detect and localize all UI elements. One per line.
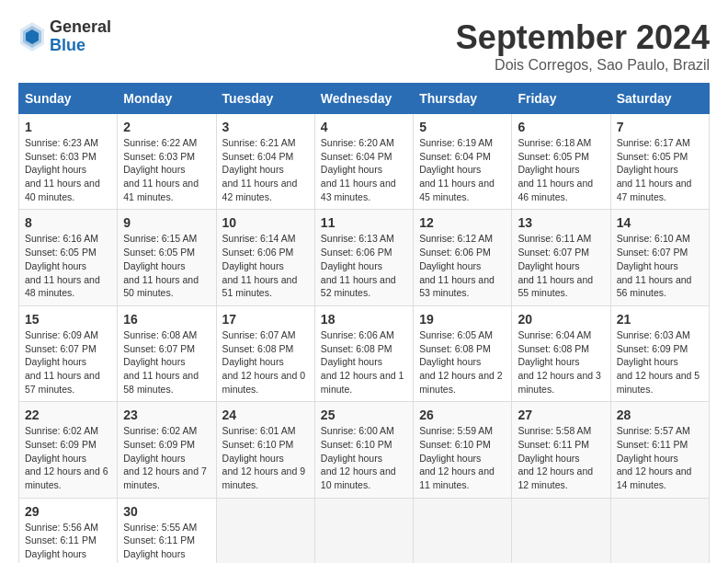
calendar-cell: 18Sunrise: 6:06 AMSunset: 6:08 PMDayligh…	[314, 305, 413, 401]
calendar-cell: 17Sunrise: 6:07 AMSunset: 6:08 PMDayligh…	[216, 305, 314, 401]
day-info: Sunrise: 5:59 AMSunset: 6:10 PMDaylight …	[419, 424, 506, 491]
day-info: Sunrise: 6:02 AMSunset: 6:09 PMDaylight …	[25, 424, 111, 491]
calendar-cell: 29Sunrise: 5:56 AMSunset: 6:11 PMDayligh…	[19, 498, 118, 563]
day-info: Sunrise: 6:02 AMSunset: 6:09 PMDaylight …	[123, 424, 210, 491]
calendar-cell: 30Sunrise: 5:55 AMSunset: 6:11 PMDayligh…	[118, 498, 216, 563]
day-number: 23	[123, 408, 210, 422]
day-info: Sunrise: 6:08 AMSunset: 6:07 PMDaylight …	[123, 328, 210, 396]
day-number: 24	[222, 408, 309, 422]
day-info: Sunrise: 6:18 AMSunset: 6:05 PMDaylight …	[518, 136, 604, 203]
day-info: Sunrise: 6:15 AMSunset: 6:05 PMDaylight …	[123, 232, 210, 299]
calendar-cell: 23Sunrise: 6:02 AMSunset: 6:09 PMDayligh…	[118, 402, 216, 498]
day-number: 15	[25, 312, 111, 327]
calendar-cell	[610, 498, 709, 563]
logo-blue: Blue	[50, 37, 111, 55]
calendar-cell: 12Sunrise: 6:12 AMSunset: 6:06 PMDayligh…	[414, 210, 512, 305]
title-section: September 2024 Dois Corregos, Sao Paulo,…	[456, 18, 710, 74]
calendar-cell: 1Sunrise: 6:23 AMSunset: 6:03 PMDaylight…	[19, 114, 118, 210]
calendar-header-friday: Friday	[512, 84, 610, 114]
day-info: Sunrise: 6:21 AMSunset: 6:04 PMDaylight …	[222, 136, 309, 203]
day-number: 26	[419, 408, 506, 422]
day-info: Sunrise: 6:14 AMSunset: 6:06 PMDaylight …	[222, 232, 309, 299]
page-header: General Blue September 2024 Dois Corrego…	[18, 18, 710, 74]
day-info: Sunrise: 6:10 AMSunset: 6:07 PMDaylight …	[617, 232, 703, 299]
day-info: Sunrise: 6:01 AMSunset: 6:10 PMDaylight …	[222, 424, 309, 491]
day-info: Sunrise: 5:55 AMSunset: 6:11 PMDaylight …	[123, 521, 210, 563]
location: Dois Corregos, Sao Paulo, Brazil	[456, 57, 710, 74]
calendar-cell	[414, 498, 512, 563]
calendar-cell: 8Sunrise: 6:16 AMSunset: 6:05 PMDaylight…	[19, 210, 118, 305]
day-info: Sunrise: 5:58 AMSunset: 6:11 PMDaylight …	[518, 424, 604, 491]
calendar-cell: 9Sunrise: 6:15 AMSunset: 6:05 PMDaylight…	[118, 210, 216, 305]
day-number: 22	[25, 408, 111, 422]
day-info: Sunrise: 6:11 AMSunset: 6:07 PMDaylight …	[518, 232, 604, 299]
day-info: Sunrise: 6:05 AMSunset: 6:08 PMDaylight …	[419, 328, 506, 396]
day-info: Sunrise: 6:19 AMSunset: 6:04 PMDaylight …	[419, 136, 506, 203]
calendar-cell: 10Sunrise: 6:14 AMSunset: 6:06 PMDayligh…	[216, 210, 314, 305]
day-info: Sunrise: 6:20 AMSunset: 6:04 PMDaylight …	[321, 136, 407, 203]
day-number: 1	[25, 120, 111, 134]
calendar-cell: 11Sunrise: 6:13 AMSunset: 6:06 PMDayligh…	[314, 210, 413, 305]
day-info: Sunrise: 6:12 AMSunset: 6:06 PMDaylight …	[419, 232, 506, 299]
day-info: Sunrise: 6:13 AMSunset: 6:06 PMDaylight …	[321, 232, 407, 299]
calendar-cell: 4Sunrise: 6:20 AMSunset: 6:04 PMDaylight…	[314, 114, 413, 210]
day-number: 19	[419, 312, 506, 327]
calendar-header-monday: Monday	[118, 84, 216, 114]
calendar-week-3: 15Sunrise: 6:09 AMSunset: 6:07 PMDayligh…	[19, 305, 710, 401]
calendar-cell: 6Sunrise: 6:18 AMSunset: 6:05 PMDaylight…	[512, 114, 610, 210]
day-number: 21	[617, 312, 703, 327]
calendar-cell: 14Sunrise: 6:10 AMSunset: 6:07 PMDayligh…	[610, 210, 709, 305]
day-number: 12	[419, 215, 506, 230]
calendar-header-tuesday: Tuesday	[216, 84, 314, 114]
day-number: 9	[123, 215, 210, 230]
calendar-cell: 28Sunrise: 5:57 AMSunset: 6:11 PMDayligh…	[610, 402, 709, 498]
day-number: 25	[321, 408, 407, 422]
calendar-header-saturday: Saturday	[610, 84, 709, 114]
day-info: Sunrise: 6:16 AMSunset: 6:05 PMDaylight …	[25, 232, 111, 299]
month-title: September 2024	[456, 18, 710, 57]
calendar-header-row: SundayMondayTuesdayWednesdayThursdayFrid…	[19, 84, 710, 114]
calendar-week-2: 8Sunrise: 6:16 AMSunset: 6:05 PMDaylight…	[19, 210, 710, 305]
day-number: 14	[617, 215, 703, 230]
day-number: 5	[419, 120, 506, 134]
day-number: 16	[123, 312, 210, 327]
day-info: Sunrise: 6:07 AMSunset: 6:08 PMDaylight …	[222, 328, 309, 396]
day-number: 8	[25, 215, 111, 230]
logo: General Blue	[18, 18, 111, 55]
calendar-cell: 3Sunrise: 6:21 AMSunset: 6:04 PMDaylight…	[216, 114, 314, 210]
calendar-cell: 2Sunrise: 6:22 AMSunset: 6:03 PMDaylight…	[118, 114, 216, 210]
calendar-cell: 13Sunrise: 6:11 AMSunset: 6:07 PMDayligh…	[512, 210, 610, 305]
day-info: Sunrise: 6:22 AMSunset: 6:03 PMDaylight …	[123, 136, 210, 203]
day-info: Sunrise: 5:57 AMSunset: 6:11 PMDaylight …	[617, 424, 703, 491]
calendar-cell: 21Sunrise: 6:03 AMSunset: 6:09 PMDayligh…	[610, 305, 709, 401]
day-number: 13	[518, 215, 604, 230]
day-number: 7	[617, 120, 703, 134]
day-info: Sunrise: 6:23 AMSunset: 6:03 PMDaylight …	[25, 136, 111, 203]
calendar-week-1: 1Sunrise: 6:23 AMSunset: 6:03 PMDaylight…	[19, 114, 710, 210]
calendar-week-4: 22Sunrise: 6:02 AMSunset: 6:09 PMDayligh…	[19, 402, 710, 498]
day-info: Sunrise: 6:03 AMSunset: 6:09 PMDaylight …	[617, 328, 703, 396]
calendar-table: SundayMondayTuesdayWednesdayThursdayFrid…	[18, 83, 710, 563]
day-number: 28	[617, 408, 703, 422]
calendar-cell: 22Sunrise: 6:02 AMSunset: 6:09 PMDayligh…	[19, 402, 118, 498]
day-number: 11	[321, 215, 407, 230]
day-number: 30	[123, 504, 210, 519]
logo-icon	[18, 20, 46, 53]
calendar-cell	[512, 498, 610, 563]
calendar-cell: 27Sunrise: 5:58 AMSunset: 6:11 PMDayligh…	[512, 402, 610, 498]
logo-text: General Blue	[50, 18, 111, 55]
calendar-cell: 26Sunrise: 5:59 AMSunset: 6:10 PMDayligh…	[414, 402, 512, 498]
calendar-cell: 24Sunrise: 6:01 AMSunset: 6:10 PMDayligh…	[216, 402, 314, 498]
day-number: 10	[222, 215, 309, 230]
calendar-cell: 15Sunrise: 6:09 AMSunset: 6:07 PMDayligh…	[19, 305, 118, 401]
calendar-cell	[314, 498, 413, 563]
day-number: 2	[123, 120, 210, 134]
calendar-cell: 19Sunrise: 6:05 AMSunset: 6:08 PMDayligh…	[414, 305, 512, 401]
day-number: 20	[518, 312, 604, 327]
day-number: 6	[518, 120, 604, 134]
calendar-cell: 7Sunrise: 6:17 AMSunset: 6:05 PMDaylight…	[610, 114, 709, 210]
day-info: Sunrise: 5:56 AMSunset: 6:11 PMDaylight …	[25, 521, 111, 563]
calendar-cell: 5Sunrise: 6:19 AMSunset: 6:04 PMDaylight…	[414, 114, 512, 210]
day-number: 4	[321, 120, 407, 134]
calendar-cell	[216, 498, 314, 563]
